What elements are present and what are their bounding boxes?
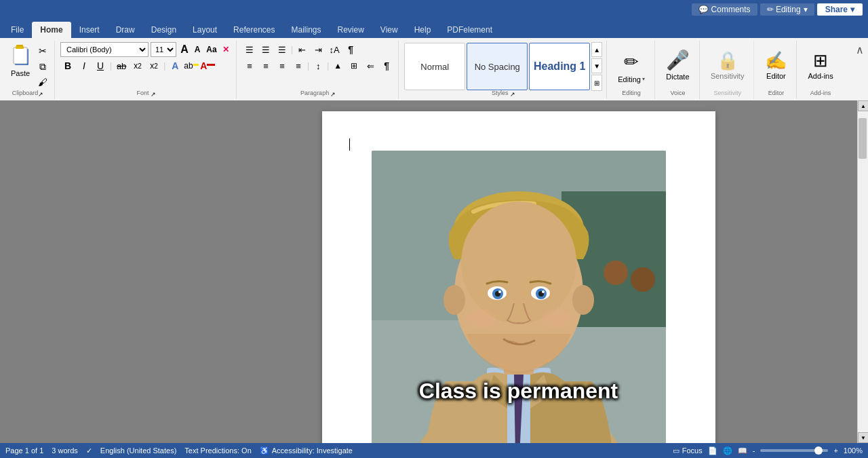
editing-mode-button[interactable]: ✏ Editing ▾ [760, 3, 814, 16]
increase-font-size-button[interactable]: A [178, 42, 191, 57]
ribbon-collapse-button[interactable]: ∧ [853, 41, 867, 99]
zoom-slider[interactable] [760, 449, 828, 452]
zoom-in-button[interactable]: + [833, 446, 837, 455]
focus-button[interactable]: ▭ Focus [673, 446, 703, 455]
bold-button[interactable]: B [60, 58, 75, 73]
align-center-button[interactable]: ≡ [258, 58, 273, 73]
dictate-button[interactable]: 🎤 Dictate [660, 43, 695, 88]
tab-mailings[interactable]: Mailings [283, 22, 329, 38]
zoom-out-button[interactable]: - [753, 446, 755, 455]
bullets-button[interactable]: ☰ [242, 42, 257, 57]
font-color-button[interactable]: A [200, 58, 215, 73]
web-layout-button[interactable]: 🌐 [723, 446, 732, 455]
style-normal-button[interactable]: Normal [404, 43, 465, 90]
tab-pdfelement[interactable]: PDFelement [439, 22, 500, 38]
editing-group-label: Editing [622, 90, 641, 98]
line-spacing-button[interactable]: ↕ [311, 58, 326, 73]
clipboard-group: Paste ✂ ⧉ 🖌 Clipboard ↗ [1, 41, 55, 99]
svg-point-15 [461, 202, 576, 324]
style-heading1-button[interactable]: Heading 1 [529, 43, 590, 90]
tab-draw[interactable]: Draw [108, 22, 143, 38]
clipboard-expand-icon[interactable]: ↗ [38, 91, 43, 96]
scroll-down-button[interactable]: ▼ [858, 432, 868, 443]
sort-button[interactable]: ↕A [327, 42, 342, 57]
styles-expand-icon[interactable]: ↗ [510, 91, 515, 96]
font-size-select[interactable]: 11 [151, 42, 176, 57]
proofing-check[interactable]: ✓ [86, 446, 92, 455]
language-status[interactable]: English (United States) [100, 446, 177, 455]
copy-button[interactable]: ⧉ [35, 59, 50, 74]
print-layout-button[interactable]: 📄 [708, 446, 717, 455]
change-case-button[interactable]: Aa [205, 42, 218, 57]
dictate-label: Dictate [666, 73, 689, 81]
align-right-button[interactable]: ≡ [275, 58, 290, 73]
tab-layout[interactable]: Layout [184, 22, 225, 38]
text-effects-button[interactable]: A [167, 58, 182, 73]
strikethrough-button[interactable]: ab [114, 58, 129, 73]
show-hide-button[interactable]: ¶ [343, 42, 358, 57]
tab-home[interactable]: Home [32, 22, 71, 38]
zoom-slider-thumb[interactable] [814, 446, 823, 455]
cut-button[interactable]: ✂ [35, 43, 50, 58]
shading-button[interactable]: ▲ [330, 58, 345, 73]
underline-button[interactable]: U [93, 58, 108, 73]
decrease-font-size-button[interactable]: A [191, 42, 203, 57]
font-expand-icon[interactable]: ↗ [151, 91, 156, 96]
superscript-button[interactable]: x2 [146, 58, 161, 73]
meme-image: Class is permanent [372, 151, 666, 443]
zoom-level[interactable]: 100% [844, 446, 863, 455]
sensitivity-button[interactable]: 🔒 Sensitivity [705, 43, 750, 88]
tab-design[interactable]: Design [143, 22, 184, 38]
paragraph-expand-icon[interactable]: ↗ [330, 91, 336, 96]
text-predictions-status[interactable]: Text Predictions: On [184, 446, 251, 455]
justify-button[interactable]: ≡ [291, 58, 306, 73]
italic-button[interactable]: I [77, 58, 92, 73]
paste-button[interactable]: Paste [5, 42, 35, 79]
document-page[interactable]: Class is permanent [322, 111, 715, 443]
styles-gallery: Normal No Spacing Heading 1 ▲ ▼ ⊞ [404, 42, 602, 91]
read-mode-button[interactable]: 📖 [738, 446, 747, 455]
tab-view[interactable]: View [372, 22, 406, 38]
styles-scroll-up-button[interactable]: ▲ [591, 42, 602, 57]
increase-indent-button[interactable]: ⇥ [311, 42, 326, 57]
editing-dropdown[interactable]: Editing ▾ [618, 75, 645, 83]
font-size-buttons: A A [178, 42, 203, 57]
rtl-button[interactable]: ⇐ [363, 58, 378, 73]
decrease-indent-button[interactable]: ⇤ [294, 42, 309, 57]
format-painter-button[interactable]: 🖌 [35, 75, 50, 90]
tab-insert[interactable]: Insert [71, 22, 108, 38]
editor-icon: ✍ [765, 52, 787, 69]
scroll-up-button[interactable]: ▲ [858, 100, 868, 111]
word-count[interactable]: 3 words [52, 446, 78, 455]
share-label: Share [825, 5, 848, 14]
addins-button[interactable]: ⊞ Add-ins [802, 43, 838, 88]
vertical-scrollbar[interactable]: ▲ ▼ [857, 100, 868, 443]
text-highlight-button[interactable]: ab [184, 58, 199, 73]
ribbon-toolbar: Paste ✂ ⧉ 🖌 Clipboard ↗ Calibri (Body) 1… [0, 38, 868, 100]
style-no-spacing-button[interactable]: No Spacing [467, 43, 528, 90]
tab-references[interactable]: References [225, 22, 283, 38]
font-family-select[interactable]: Calibri (Body) [60, 42, 149, 57]
styles-scroll-down-button[interactable]: ▼ [591, 58, 602, 73]
share-button[interactable]: Share ▾ [817, 3, 863, 16]
voice-group-label: Voice [670, 90, 685, 98]
borders-button[interactable]: ⊞ [347, 58, 361, 73]
numbering-button[interactable]: ☰ [258, 42, 273, 57]
tab-help[interactable]: Help [406, 22, 439, 38]
editing-button[interactable]: ✏ Editing ▾ [612, 46, 650, 88]
subscript-button[interactable]: x2 [130, 58, 145, 73]
tab-file[interactable]: File [3, 22, 32, 38]
paragraph-marks-button[interactable]: ¶ [379, 58, 394, 73]
accessibility-status[interactable]: ♿ Accessibility: Investigate [260, 446, 353, 455]
align-left-button[interactable]: ≡ [242, 58, 257, 73]
tab-review[interactable]: Review [330, 22, 372, 38]
styles-more-button[interactable]: ⊞ [591, 75, 602, 91]
editor-button[interactable]: ✍ Editor [760, 43, 792, 88]
clear-formatting-button[interactable]: ✕ [220, 42, 232, 57]
scrollbar-thumb[interactable] [859, 118, 867, 159]
svg-point-7 [604, 261, 628, 285]
page-number[interactable]: Page 1 of 1 [5, 446, 43, 455]
multilevel-list-button[interactable]: ☰ [275, 42, 290, 57]
sensitivity-group: 🔒 Sensitivity Sensitivity [701, 41, 755, 99]
comments-button[interactable]: 💬 Comments [692, 3, 757, 16]
